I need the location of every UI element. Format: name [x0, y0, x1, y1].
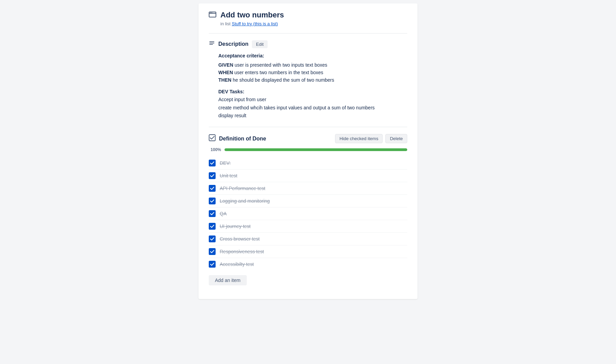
card-icon [209, 11, 216, 20]
then-line: THEN he should be displayed the sum of t… [218, 76, 407, 84]
add-item-section: Add an item [209, 275, 407, 285]
checklist-label-unit-test: Unit test [220, 173, 237, 178]
svg-point-3 [211, 12, 212, 13]
checklist-item: Accessibilty test [209, 258, 407, 270]
description-section: Description Edit Acceptance criteria: GI… [209, 40, 407, 127]
checklist-item: Unit test [209, 170, 407, 182]
checkbox-cross-browser[interactable] [209, 235, 216, 242]
checkbox-accessibility[interactable] [209, 261, 216, 268]
description-body: Acceptance criteria: GIVEN user is prese… [209, 53, 407, 120]
then-label: THEN [218, 77, 231, 83]
checklist-label-logging: Logging and monitoring [220, 198, 270, 204]
title-section: Add two numbers in list Stuff to try (th… [209, 10, 407, 33]
progress-bar-fill [224, 148, 407, 151]
progress-label: 100% [209, 147, 221, 152]
delete-button[interactable]: Delete [385, 134, 407, 143]
then-text: he should be displayed the sum of two nu… [231, 77, 334, 83]
checkbox-dev[interactable] [209, 160, 216, 166]
given-text: user is presented with two inputs text b… [233, 62, 328, 68]
checklist-label-accessibility: Accessibilty test [220, 261, 254, 267]
when-label: WHEN [218, 70, 233, 75]
svg-rect-0 [209, 12, 216, 17]
acceptance-criteria-title: Acceptance criteria: [218, 53, 407, 58]
checklist-item: DEV: [209, 157, 407, 170]
checklist-label-api-perf: API Performance test [220, 186, 265, 191]
dev-task-1: Accept input from user [218, 96, 407, 104]
add-item-button[interactable]: Add an item [209, 275, 247, 285]
checklist-label-dev: DEV: [220, 160, 231, 166]
title-content: Add two numbers in list Stuff to try (th… [220, 10, 284, 26]
subtitle: in list Stuff to try (this is a list) [220, 21, 284, 26]
description-icon [209, 40, 215, 48]
checklist-label-cross-browser: Cross browser test [220, 236, 260, 242]
edit-button[interactable]: Edit [252, 40, 268, 48]
checklist-container: DEV: Unit test API Performance test [209, 157, 407, 270]
checklist-item: Cross browser test [209, 233, 407, 245]
given-line: GIVEN user is presented with two inputs … [218, 61, 407, 69]
checkbox-logging[interactable] [209, 198, 216, 204]
main-card: Add two numbers in list Stuff to try (th… [198, 3, 418, 299]
checklist-item: Responsiveness test [209, 245, 407, 258]
checklist-item: API Performance test [209, 182, 407, 195]
checkbox-api-perf[interactable] [209, 185, 216, 192]
checklist-label-responsiveness: Responsiveness test [220, 249, 264, 254]
dod-actions: Hide checked items Delete [335, 134, 407, 143]
svg-point-2 [210, 12, 211, 13]
checklist-item: QA [209, 207, 407, 220]
subtitle-prefix: in list [220, 21, 232, 26]
checkbox-ui-journey[interactable] [209, 223, 216, 230]
checkbox-qa[interactable] [209, 210, 216, 217]
progress-row: 100% [209, 147, 407, 152]
progress-bar-background [224, 148, 407, 151]
dod-icon [209, 134, 216, 143]
dod-header: Definition of Done Hide checked items De… [209, 134, 407, 143]
dev-task-3: display result [218, 112, 407, 120]
page-container: Add two numbers in list Stuff to try (th… [0, 0, 616, 364]
dod-section: Definition of Done Hide checked items De… [209, 134, 407, 289]
dod-title: Definition of Done [219, 136, 332, 142]
checklist-item: Logging and monitoring [209, 195, 407, 207]
dev-task-2: create method whcih takes input values a… [218, 104, 407, 112]
list-link[interactable]: Stuff to try (this is a list) [232, 21, 278, 26]
when-line: WHEN user enters two numbers in the text… [218, 69, 407, 76]
given-label: GIVEN [218, 62, 233, 68]
checklist-item: UI journey test [209, 220, 407, 233]
description-title: Description [218, 41, 248, 47]
checklist-label-ui-journey: UI journey test [220, 224, 251, 229]
checklist-label-qa: QA [220, 211, 227, 216]
checkbox-unit-test[interactable] [209, 172, 216, 179]
description-header: Description Edit [209, 40, 407, 48]
checkbox-responsiveness[interactable] [209, 248, 216, 255]
hide-checked-button[interactable]: Hide checked items [335, 134, 383, 143]
when-text: user enters two numbers in the text boxe… [233, 70, 323, 75]
dev-tasks-title: DEV Tasks: [218, 89, 407, 94]
page-title: Add two numbers [220, 10, 284, 20]
